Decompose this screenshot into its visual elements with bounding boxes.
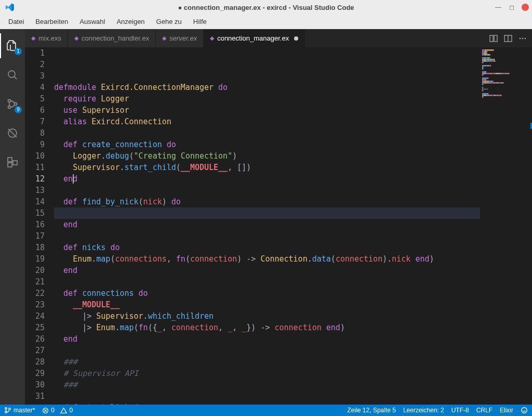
debug-icon[interactable] bbox=[0, 121, 25, 146]
svg-point-2 bbox=[8, 106, 11, 109]
menu-selection[interactable]: Auswahl bbox=[74, 16, 110, 28]
explorer-icon[interactable]: 1 bbox=[0, 33, 25, 58]
menu-view[interactable]: Anzeigen bbox=[111, 16, 150, 28]
maximize-button[interactable]: ◻ bbox=[508, 4, 515, 11]
minimize-button[interactable]: — bbox=[495, 4, 502, 11]
menu-file[interactable]: Datei bbox=[3, 16, 29, 28]
editor-area: ◆ mix.exs ◆ connection_handler.ex ◆ serv… bbox=[25, 29, 532, 405]
svg-rect-7 bbox=[13, 161, 17, 165]
text-cursor bbox=[73, 174, 74, 184]
warning-count: 0 bbox=[69, 407, 73, 414]
elixir-file-icon: ◆ bbox=[162, 35, 166, 42]
source-control-icon[interactable]: 9 bbox=[0, 92, 25, 116]
activity-bar: 1 9 bbox=[0, 29, 25, 405]
svg-point-13 bbox=[525, 37, 526, 39]
svg-rect-9 bbox=[494, 35, 497, 42]
status-indentation[interactable]: Leerzeichen: 2 bbox=[403, 407, 444, 414]
status-language[interactable]: Elixir bbox=[500, 407, 513, 414]
code-content[interactable]: defmodule Exircd.ConnectionManager do re… bbox=[54, 47, 480, 405]
menu-go[interactable]: Gehe zu bbox=[151, 16, 187, 28]
svg-point-16 bbox=[9, 408, 11, 410]
code-editor[interactable]: 1234567891011121314151617181920212223242… bbox=[25, 47, 532, 405]
menu-edit[interactable]: Bearbeiten bbox=[30, 16, 73, 28]
main-area: 1 9 ◆ mix.exs ◆ connection_handler.ex bbox=[0, 29, 532, 405]
status-branch[interactable]: master* bbox=[4, 407, 35, 414]
tab-label: connection_manager.ex bbox=[217, 34, 289, 42]
search-icon[interactable] bbox=[0, 62, 25, 87]
elixir-file-icon: ◆ bbox=[74, 35, 78, 42]
status-encoding[interactable]: UTF-8 bbox=[451, 407, 469, 414]
svg-point-3 bbox=[15, 103, 17, 106]
error-count: 0 bbox=[51, 407, 55, 414]
status-problems[interactable]: 0 0 bbox=[42, 407, 73, 414]
tab-mix-exs[interactable]: ◆ mix.exs bbox=[25, 29, 68, 47]
close-button[interactable] bbox=[522, 4, 529, 11]
window-controls: — ◻ bbox=[495, 4, 529, 11]
branch-name: master* bbox=[14, 407, 35, 414]
svg-rect-5 bbox=[8, 158, 12, 162]
dirty-indicator-icon bbox=[294, 36, 298, 41]
status-bar: master* 0 0 Zeile 12, Spalte 5 Leerzeich… bbox=[0, 405, 532, 416]
svg-point-14 bbox=[5, 408, 7, 410]
svg-point-11 bbox=[520, 37, 521, 39]
split-compare-icon[interactable] bbox=[489, 34, 498, 43]
tab-server-ex[interactable]: ◆ server.ex bbox=[156, 29, 204, 47]
explorer-badge: 1 bbox=[15, 48, 22, 55]
tab-label: connection_handler.ex bbox=[82, 34, 149, 42]
svg-point-18 bbox=[522, 408, 527, 413]
elixir-file-icon: ◆ bbox=[210, 35, 214, 42]
menu-help[interactable]: Hilfe bbox=[188, 16, 212, 28]
svg-point-12 bbox=[522, 37, 524, 39]
svg-rect-8 bbox=[490, 35, 493, 42]
status-cursor-position[interactable]: Zeile 12, Spalte 5 bbox=[348, 407, 396, 414]
window-title: ● connection_manager.ex - exircd - Visua… bbox=[178, 4, 354, 11]
svg-point-0 bbox=[8, 71, 15, 77]
scm-badge: 9 bbox=[15, 106, 22, 113]
tab-label: server.ex bbox=[169, 34, 197, 42]
elixir-file-icon: ◆ bbox=[31, 35, 35, 42]
menubar: Datei Bearbeiten Auswahl Anzeigen Gehe z… bbox=[0, 15, 532, 29]
split-editor-icon[interactable] bbox=[504, 34, 512, 43]
minimap[interactable]: ████████████████████████████████████████… bbox=[480, 47, 532, 405]
svg-point-1 bbox=[8, 100, 11, 102]
status-feedback-icon[interactable] bbox=[521, 407, 528, 414]
extensions-icon[interactable] bbox=[0, 150, 25, 175]
editor-tabs: ◆ mix.exs ◆ connection_handler.ex ◆ serv… bbox=[25, 29, 532, 47]
vscode-logo-icon bbox=[5, 3, 15, 12]
more-actions-icon[interactable] bbox=[518, 34, 527, 43]
svg-rect-6 bbox=[8, 163, 12, 167]
editor-actions bbox=[484, 29, 532, 47]
titlebar: ● connection_manager.ex - exircd - Visua… bbox=[0, 0, 532, 15]
status-eol[interactable]: CRLF bbox=[476, 407, 493, 414]
tab-connection-manager[interactable]: ◆ connection_manager.ex bbox=[204, 29, 305, 47]
svg-point-15 bbox=[5, 411, 7, 413]
line-number-gutter: 1234567891011121314151617181920212223242… bbox=[25, 47, 54, 405]
tab-label: mix.exs bbox=[38, 34, 61, 42]
tab-connection-handler[interactable]: ◆ connection_handler.ex bbox=[68, 29, 156, 47]
